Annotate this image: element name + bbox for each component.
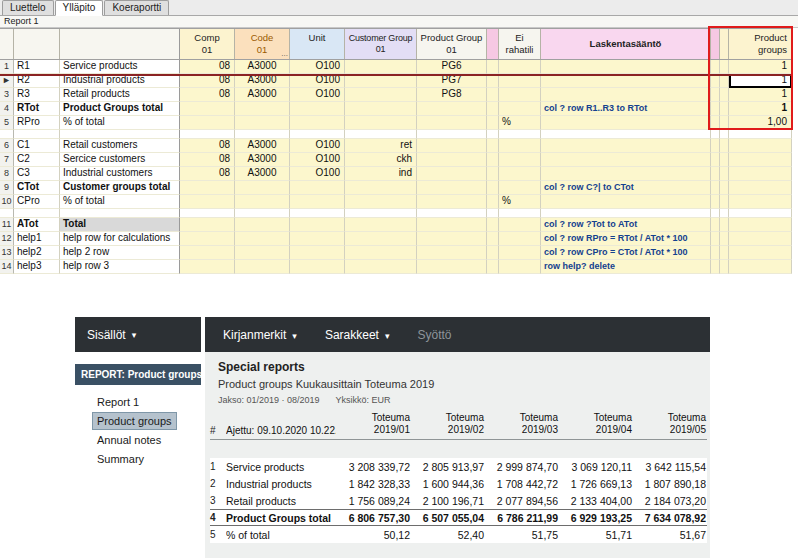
grid-cell-product-group[interactable] [417, 167, 487, 181]
grid-cell-product-groups[interactable] [729, 218, 792, 232]
grid-header-unit[interactable]: Unit [290, 29, 345, 59]
grid-cell-product-groups[interactable] [729, 232, 792, 246]
grid-row-desc[interactable] [60, 130, 180, 139]
grid-cell-rule[interactable]: col ? row ?Tot to ATot [541, 218, 711, 232]
grid-cell-product-group[interactable] [417, 260, 487, 274]
grid-row-id[interactable]: C2 [14, 153, 60, 167]
grid-cell-customer-group[interactable] [345, 232, 417, 246]
sidebar-item-summary[interactable]: Summary [93, 451, 148, 467]
grid-cell-product-group[interactable] [417, 209, 487, 218]
grid-cell-spacer[interactable] [711, 102, 720, 116]
grid-cell-customer-group[interactable] [345, 209, 417, 218]
menu-sarakkeet[interactable]: Sarakkeet▾ [325, 328, 390, 342]
grid-cell-spacer[interactable] [720, 246, 729, 260]
grid-cell-ei-rahatili[interactable] [499, 218, 541, 232]
grid-cell-rule[interactable] [541, 167, 711, 181]
grid-cell-comp[interactable] [180, 209, 235, 218]
grid-row-id[interactable]: help2 [14, 246, 60, 260]
grid-cell-spacer[interactable] [711, 60, 720, 74]
grid-cell-product-groups[interactable] [729, 181, 792, 195]
grid-cell-spacer[interactable] [487, 116, 499, 130]
grid-rownum[interactable] [0, 209, 14, 218]
grid-cell-comp[interactable] [180, 181, 235, 195]
grid-cell-spacer[interactable] [711, 130, 720, 139]
grid-cell-product-group[interactable]: PG7 [417, 74, 487, 88]
grid-cell-spacer[interactable] [487, 139, 499, 153]
grid-cell-code[interactable]: A3000 [235, 88, 290, 102]
grid-cell-rule[interactable]: col ? row CPro = CTot / ATot * 100 [541, 246, 711, 260]
grid-cell-spacer[interactable] [720, 130, 729, 139]
grid-cell-rule[interactable] [541, 74, 711, 88]
grid-cell-spacer[interactable] [487, 167, 499, 181]
grid-cell-rule[interactable] [541, 139, 711, 153]
grid-cell-spacer[interactable] [487, 218, 499, 232]
grid-cell-rule[interactable]: col ? row C?| to CTot [541, 181, 711, 195]
grid-cell-spacer[interactable] [720, 74, 729, 88]
grid-rownum[interactable]: ► [0, 74, 14, 88]
grid-cell-customer-group[interactable] [345, 60, 417, 74]
grid-cell-product-group[interactable]: PG8 [417, 88, 487, 102]
grid-cell-ei-rahatili[interactable] [499, 153, 541, 167]
grid-row-desc[interactable]: Sercice customers [60, 153, 180, 167]
grid-cell-spacer[interactable] [711, 167, 720, 181]
grid-cell-rule[interactable] [541, 209, 711, 218]
grid-rownum[interactable]: 5 [0, 116, 14, 130]
grid-row-desc[interactable]: help row for calculations [60, 232, 180, 246]
grid-cell-customer-group[interactable] [345, 88, 417, 102]
grid-cell-rule[interactable] [541, 116, 711, 130]
grid-cell-product-group[interactable] [417, 218, 487, 232]
grid-cell-spacer[interactable] [711, 116, 720, 130]
grid-cell-unit[interactable]: O100 [290, 139, 345, 153]
grid-rownum[interactable]: 1 [0, 60, 14, 74]
grid-cell-customer-group[interactable]: ind [345, 167, 417, 181]
grid-cell-product-groups[interactable] [729, 167, 792, 181]
grid-cell-product-groups[interactable]: 1 [729, 88, 792, 102]
grid-row-id[interactable] [14, 209, 60, 218]
grid-cell-product-groups[interactable]: 1 [729, 102, 792, 116]
grid-cell-product-groups[interactable] [729, 139, 792, 153]
menu-syöttö[interactable]: Syöttö [417, 328, 451, 342]
grid-cell-code[interactable] [235, 130, 290, 139]
grid-header-code[interactable]: Code01... [235, 29, 290, 59]
grid-cell-product-group[interactable] [417, 181, 487, 195]
grid-cell-unit[interactable]: O100 [290, 60, 345, 74]
grid-header-comp[interactable]: Comp01 [180, 29, 235, 59]
grid-cell-code[interactable] [235, 116, 290, 130]
grid-cell-comp[interactable]: 08 [180, 60, 235, 74]
grid-cell-customer-group[interactable] [345, 195, 417, 209]
grid-cell-unit[interactable] [290, 130, 345, 139]
grid-row-desc[interactable]: Total [60, 218, 180, 232]
grid-cell-spacer[interactable] [711, 153, 720, 167]
grid-header-product-groups[interactable]: Productgroups [729, 29, 792, 59]
grid-cell-unit[interactable]: O100 [290, 167, 345, 181]
grid-rownum[interactable]: 4 [0, 102, 14, 116]
grid-cell-code[interactable] [235, 209, 290, 218]
grid-cell-product-group[interactable]: PG6 [417, 60, 487, 74]
contents-menu-button[interactable]: Sisällöt ▾ [75, 317, 201, 352]
grid-cell-code[interactable] [235, 232, 290, 246]
grid-cell-customer-group[interactable] [345, 130, 417, 139]
grid-row-id[interactable] [14, 130, 60, 139]
grid-row-desc[interactable]: help row 3 [60, 260, 180, 274]
grid-cell-customer-group[interactable] [345, 260, 417, 274]
grid-row-id[interactable]: RPro [14, 116, 60, 130]
grid-cell-rule[interactable]: col ? row RPro = RTot / ATot * 100 [541, 232, 711, 246]
grid-rownum[interactable]: 12 [0, 232, 14, 246]
grid-cell-unit[interactable] [290, 232, 345, 246]
grid-cell-unit[interactable] [290, 209, 345, 218]
grid-cell-product-groups[interactable] [729, 209, 792, 218]
grid-cell-comp[interactable] [180, 246, 235, 260]
grid-cell-spacer[interactable] [711, 232, 720, 246]
grid-cell-unit[interactable] [290, 246, 345, 260]
grid-cell-code[interactable] [235, 246, 290, 260]
grid-cell-spacer[interactable] [487, 195, 499, 209]
grid-cell-code[interactable]: A3000 [235, 167, 290, 181]
grid-cell-code[interactable] [235, 218, 290, 232]
grid-cell-product-groups[interactable] [729, 130, 792, 139]
grid-cell-comp[interactable]: 08 [180, 74, 235, 88]
grid-cell-product-group[interactable] [417, 116, 487, 130]
grid-cell-spacer[interactable] [720, 232, 729, 246]
grid-cell-unit[interactable] [290, 260, 345, 274]
grid-cell-comp[interactable] [180, 116, 235, 130]
grid-header-product-group[interactable]: Product Group01 [417, 29, 487, 59]
